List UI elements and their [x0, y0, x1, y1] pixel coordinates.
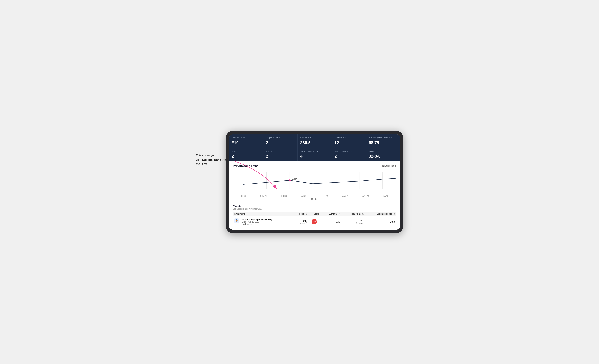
x-label-feb24: FEB 24 — [315, 195, 335, 197]
out-of-value: out of 7 — [294, 222, 307, 224]
stat-stroke-play: Stroke Play Events 4 — [298, 148, 332, 161]
x-label-jan24: JAN 24 — [294, 195, 315, 197]
stats-grid-row1: National Rank #10 Regional Rank 2 Scorin… — [229, 134, 400, 147]
stat-scoring-avg-label: Scoring Avg. — [300, 136, 329, 139]
stat-top3s-value: 2 — [266, 154, 295, 159]
col-weighted-points: Weighted Points i — [366, 212, 396, 216]
tablet-frame: National Rank #10 Regional Rank 2 Scorin… — [226, 131, 403, 233]
stat-avg-weighted-points: Avg. Weighted Points i 68.75 — [366, 134, 400, 147]
x-label-mar24: MAR 24 — [335, 195, 356, 197]
stat-wins-label: Wins — [232, 150, 261, 153]
annotation-bold: National Rank — [202, 158, 221, 161]
svg-point-10 — [289, 179, 291, 181]
event-name: Buster Cozy Cup – Stroke Play — [242, 218, 272, 221]
event-info: Buster Cozy Cup – Stroke Play Oct 9 – Oc… — [242, 218, 272, 225]
col-total-points: Total Points i — [342, 212, 366, 216]
position-value: 6th — [294, 219, 307, 222]
stat-top3s-label: Top 3s — [266, 150, 295, 153]
stat-regional-rank-value: 2 — [266, 140, 295, 145]
stat-regional-rank-label: Regional Rank — [266, 136, 295, 139]
chart-x-axis: OCT 23 NOV 23 DEC 23 JAN 24 FEB 24 MAR 2… — [233, 194, 396, 197]
stat-avg-weighted-label: Avg. Weighted Points i — [369, 136, 397, 139]
events-title: Events — [233, 205, 396, 208]
x-label-oct23: OCT 23 — [233, 195, 253, 197]
rounds-value: 3 Rounds — [343, 222, 364, 224]
stat-regional-rank: Regional Rank 2 — [263, 134, 297, 147]
annotation-text1: This shows you — [196, 154, 215, 157]
stat-match-play-label: Match Play Events — [334, 150, 363, 153]
stat-avg-weighted-value: 68.75 — [369, 140, 397, 145]
event-sg-info-icon[interactable]: i — [338, 213, 340, 215]
weighted-points-cell: 28.3 — [366, 216, 396, 227]
svg-text:• #10: • #10 — [292, 178, 297, 180]
stat-total-rounds-label: Total Rounds — [334, 136, 363, 139]
outer-wrapper: This shows you your National Rank trend … — [196, 131, 403, 233]
rank-impact: Rank Impact: 3 ▼ — [242, 223, 272, 225]
rank-impact-arrow-icon: ▼ — [255, 223, 257, 225]
stats-grid-row2: Wins 2 Top 3s 2 Stroke Play Events 4 Mat… — [229, 148, 400, 161]
annotation: This shows you your National Rank trend … — [196, 153, 234, 166]
stat-national-rank-value: #10 — [232, 140, 261, 145]
stat-total-rounds-value: 12 — [334, 140, 363, 145]
x-label-nov23: NOV 23 — [253, 195, 274, 197]
x-label-apr24: APR 24 — [355, 195, 376, 197]
total-points-info-icon[interactable]: i — [362, 213, 364, 215]
col-position: Position — [293, 212, 308, 216]
total-points-inner: 28.3 3 Rounds — [343, 219, 364, 224]
event-name-cell: 🏌 Buster Cozy Cup – Stroke Play Oct 9 – … — [233, 216, 293, 227]
event-name-inner: 🏌 Buster Cozy Cup – Stroke Play Oct 9 – … — [234, 218, 291, 225]
x-label-dec23: DEC 23 — [274, 195, 294, 197]
event-sg-cell: 0.45 — [320, 216, 342, 227]
position-cell: 6th out of 7 — [294, 219, 307, 224]
total-points-value: 28.3 — [343, 219, 364, 222]
event-date: Oct 9 – Oct 10, 2023 — [242, 221, 272, 223]
perf-header: Performance Trend National Rank — [233, 164, 396, 168]
col-score: Score — [308, 212, 320, 216]
event-position-cell: 6th out of 7 — [293, 216, 308, 227]
stat-wins-value: 2 — [232, 154, 261, 159]
col-event-sg: Event SG i — [320, 212, 342, 216]
total-points-cell: 28.3 3 Rounds — [342, 216, 366, 227]
annotation-text2: your — [196, 158, 202, 161]
events-updated: Last updated: 24th November 2023 — [233, 208, 396, 210]
table-row: 🏌 Buster Cozy Cup – Stroke Play Oct 9 – … — [233, 216, 396, 227]
content-area: National Rank #10 Regional Rank 2 Scorin… — [229, 134, 400, 230]
weighted-points-info-icon[interactable]: i — [393, 213, 395, 215]
stat-national-rank: National Rank #10 — [229, 134, 263, 147]
stat-total-rounds: Total Rounds 12 — [332, 134, 366, 147]
stat-match-play: Match Play Events 2 — [332, 148, 366, 161]
stat-top3s: Top 3s 2 — [263, 148, 297, 161]
events-table: Event Name Position Score Event SG — [233, 212, 396, 227]
stat-scoring-avg: Scoring Avg. 286.5 — [298, 134, 332, 147]
performance-trend-section: Performance Trend National Rank — [229, 161, 400, 202]
stat-stroke-play-label: Stroke Play Events — [300, 150, 329, 153]
stat-match-play-value: 2 — [334, 154, 363, 159]
avg-weighted-info-icon[interactable]: i — [389, 137, 392, 139]
col-event-name: Event Name — [233, 212, 293, 216]
chart-svg: • #10 — [233, 170, 396, 194]
perf-title: Performance Trend — [233, 164, 259, 168]
stat-record-label: Record — [369, 150, 397, 153]
stat-record-value: 32-8-0 — [369, 154, 397, 159]
table-header-row: Event Name Position Score Event SG — [233, 212, 396, 216]
event-icon: 🏌 — [234, 218, 239, 223]
stat-national-rank-label: National Rank — [232, 136, 261, 139]
x-label-may24: MAY 24 — [376, 195, 396, 197]
perf-ylabel: National Rank — [382, 164, 396, 167]
event-score-cell: -22 — [308, 216, 320, 227]
stat-scoring-avg-value: 286.5 — [300, 140, 329, 145]
stat-wins: Wins 2 — [229, 148, 263, 161]
months-label: Months — [233, 198, 396, 200]
chart-container: • #10 — [233, 170, 396, 194]
event-sg-value: 0.45 — [336, 221, 340, 223]
events-section: Events Last updated: 24th November 2023 … — [229, 202, 400, 230]
score-badge: -22 — [312, 219, 317, 224]
weighted-points-value: 28.3 — [390, 220, 395, 223]
tablet-screen: National Rank #10 Regional Rank 2 Scorin… — [229, 134, 400, 230]
stat-record: Record 32-8-0 — [366, 148, 400, 161]
stat-stroke-play-value: 4 — [300, 154, 329, 159]
